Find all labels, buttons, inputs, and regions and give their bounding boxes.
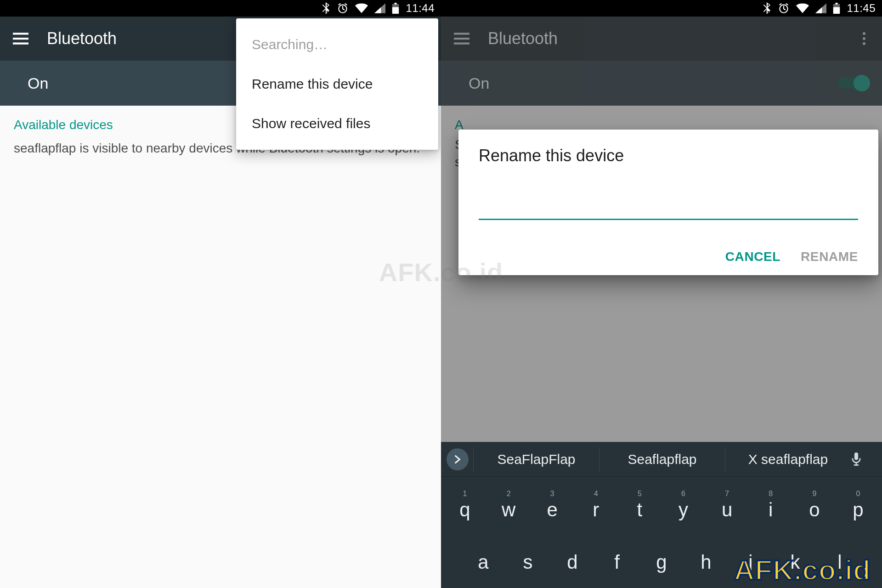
wifi-icon	[355, 3, 368, 13]
key-r[interactable]: 4r	[576, 481, 616, 529]
rename-device-dialog: Rename this device CANCEL RENAME	[458, 130, 878, 275]
alarm-icon	[778, 2, 790, 14]
key-h[interactable]: h	[686, 534, 726, 582]
signal-icon	[374, 3, 385, 13]
key-d[interactable]: d	[552, 534, 593, 582]
menu-icon[interactable]	[13, 33, 28, 45]
keyboard-suggestion[interactable]: SeaFlapFlap	[473, 447, 599, 472]
mic-icon[interactable]	[851, 452, 876, 466]
page-title: Bluetooth	[47, 29, 117, 48]
battery-icon	[833, 3, 840, 14]
keyboard-suggestion-bar: SeaFlapFlap Seaflapflap X seaflapflap	[441, 442, 882, 477]
key-o[interactable]: 9o	[794, 481, 835, 529]
device-name-input[interactable]	[479, 192, 858, 220]
key-g[interactable]: g	[641, 534, 682, 582]
key-e[interactable]: 3e	[532, 481, 572, 529]
expand-suggestions-icon[interactable]	[447, 448, 469, 470]
key-p[interactable]: 0p	[838, 481, 878, 529]
key-t[interactable]: 5t	[619, 481, 660, 529]
svg-rect-6	[833, 7, 840, 14]
keyboard-suggestion[interactable]: Seaflapflap	[599, 447, 725, 472]
key-q[interactable]: 1q	[445, 481, 485, 529]
overflow-menu: Searching… Rename this device Show recei…	[236, 18, 438, 150]
rename-button[interactable]: RENAME	[801, 249, 858, 264]
status-bar: 11:44	[0, 0, 441, 17]
phone-right: 11:45 Bluetooth On A S s Rename this dev…	[441, 0, 882, 588]
svg-rect-2	[392, 7, 399, 14]
key-y[interactable]: 6y	[663, 481, 704, 529]
keyboard-suggestion[interactable]: X seaflapflap	[725, 447, 851, 472]
key-l[interactable]: l	[820, 534, 860, 582]
status-time: 11:44	[406, 2, 435, 15]
key-w[interactable]: 2w	[488, 481, 529, 529]
soft-keyboard: SeaFlapFlap Seaflapflap X seaflapflap 1q…	[441, 442, 882, 588]
dialog-title: Rename this device	[479, 146, 858, 165]
menu-item-show-received-files[interactable]: Show received files	[236, 104, 438, 143]
cancel-button[interactable]: CANCEL	[725, 249, 780, 264]
keyboard-row: 1q2w3e4r5t6y7u8i9o0p	[441, 477, 882, 529]
key-i[interactable]: 8i	[751, 481, 791, 529]
menu-item-rename-device[interactable]: Rename this device	[236, 64, 438, 104]
svg-rect-3	[395, 3, 397, 5]
svg-rect-8	[854, 452, 858, 460]
phone-left: 11:44 Bluetooth On Available devices sea…	[0, 0, 441, 588]
key-j[interactable]: j	[730, 534, 771, 582]
key-f[interactable]: f	[597, 534, 637, 582]
key-s[interactable]: s	[508, 534, 548, 582]
toggle-label: On	[28, 74, 48, 92]
svg-rect-7	[836, 3, 838, 5]
bluetooth-icon	[763, 2, 771, 14]
wifi-icon	[796, 3, 809, 13]
status-time: 11:45	[847, 2, 876, 15]
signal-icon	[815, 3, 826, 13]
alarm-icon	[337, 2, 349, 14]
menu-item-searching: Searching…	[236, 25, 438, 64]
key-a[interactable]: a	[463, 534, 503, 582]
key-u[interactable]: 7u	[707, 481, 747, 529]
keyboard-row: asdfghjkl	[441, 529, 882, 588]
bluetooth-icon	[322, 2, 330, 14]
key-k[interactable]: k	[775, 534, 815, 582]
status-bar: 11:45	[441, 0, 882, 17]
battery-icon	[392, 3, 399, 14]
